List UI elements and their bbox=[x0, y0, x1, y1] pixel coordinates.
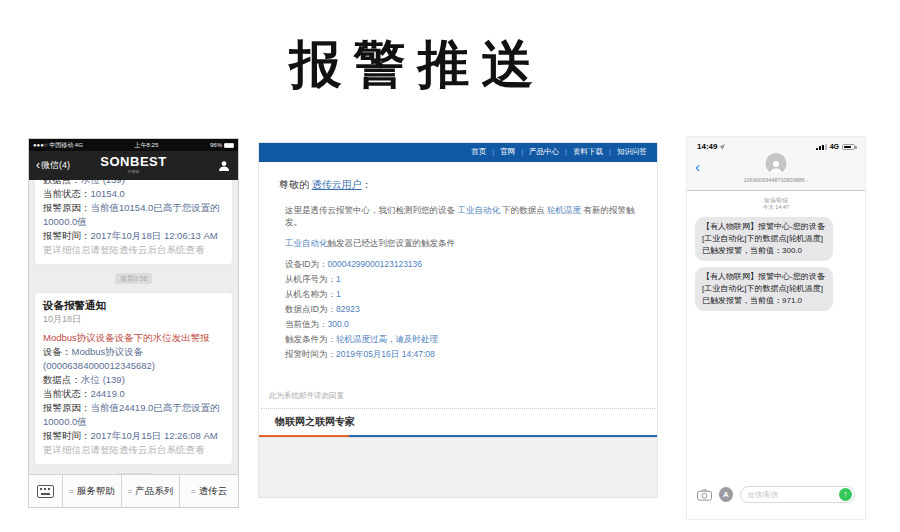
field-row: 当前状态：10154.0 bbox=[43, 187, 224, 201]
field-label: 报警时间为： bbox=[285, 349, 336, 359]
greeting: 尊敬的 透传云用户： bbox=[259, 178, 647, 192]
field-row: 从机名称为：1 bbox=[259, 289, 647, 304]
field-label: 报警时间： bbox=[43, 430, 91, 441]
menu-item-service-help[interactable]: =服务帮助 bbox=[63, 475, 121, 507]
location-arrow-icon bbox=[719, 144, 725, 150]
battery-indicator: 96% bbox=[210, 142, 234, 148]
user-link[interactable]: 透传云用户 bbox=[312, 179, 362, 190]
keyboard-toggle-button[interactable] bbox=[29, 475, 63, 507]
menu-bullet-icon: = bbox=[69, 487, 74, 496]
field-value: 10154.0 bbox=[91, 188, 125, 199]
battery-percent: 96% bbox=[210, 142, 222, 148]
system-mail-note: 此为系统邮件请勿回复 bbox=[259, 391, 647, 401]
alarm-message-card-2[interactable]: 设备报警通知 10月18日 Modbus协议设备设备下的水位发出警报 设备：Mo… bbox=[35, 293, 232, 464]
message-input[interactable] bbox=[748, 491, 839, 498]
trigger-paragraph: 工业自动化触发器已经达到您设置的触发条件 bbox=[259, 238, 647, 250]
menu-item-product-series[interactable]: =产品系列 bbox=[121, 475, 180, 507]
field-label: 当前值为： bbox=[285, 319, 328, 329]
field-label: 数据点： bbox=[43, 374, 81, 385]
field-value: 1 bbox=[336, 274, 341, 284]
wechat-nav-bar: ‹ 微信(4) SONBEST 木研定 bbox=[29, 151, 238, 180]
timestamp-pill: 凌晨0:58 bbox=[115, 273, 153, 284]
field-row: 报警时间：2017年10月18日 12:06:13 AM bbox=[43, 229, 224, 243]
wechat-back-label: 微信(4) bbox=[41, 159, 70, 172]
signal-icon bbox=[816, 144, 827, 150]
forward-chevron-icon: › bbox=[806, 177, 808, 183]
sms-input-bar: A ↑ bbox=[687, 486, 865, 503]
alarm-message-card-1[interactable]: 数据点：水位 (139) 当前状态：10154.0 报警原因：当前值10154.… bbox=[35, 180, 232, 264]
device-link[interactable]: 工业自动化 bbox=[285, 238, 328, 248]
sms-message-bubble: 【有人物联网】报警中心-您的设备[工业自动化]下的数据点[轮机温度]已触发报警，… bbox=[695, 217, 833, 261]
thread-type-label: 短信/彩信 bbox=[687, 197, 865, 204]
send-button[interactable]: ↑ bbox=[839, 488, 852, 501]
keyboard-icon bbox=[37, 485, 54, 498]
field-value: 00004299000123123136 bbox=[328, 259, 423, 269]
email-alert-panel: 首页 官网 产品中心 资料下载 知识问答 尊敬的 透传云用户： 这里是透传云报警… bbox=[258, 142, 658, 498]
footer-area bbox=[259, 437, 657, 497]
status-time: 上午8:25 bbox=[135, 141, 159, 150]
thread-time-label: 今天 14:47 bbox=[687, 204, 865, 211]
field-label: 当前状态： bbox=[43, 388, 91, 399]
greeting-suffix: ： bbox=[362, 179, 372, 190]
field-value: 1 bbox=[336, 289, 341, 299]
site-nav-bar: 首页 官网 产品中心 资料下载 知识问答 bbox=[259, 143, 657, 162]
wechat-bottom-bar: =服务帮助 =产品系列 =透传云 bbox=[29, 474, 238, 507]
field-row: 当前值为：300.0 bbox=[259, 319, 647, 334]
field-label: 从机名称为： bbox=[285, 289, 336, 299]
field-label: 数据点： bbox=[43, 180, 81, 185]
back-chevron-icon: ‹ bbox=[36, 161, 40, 170]
field-row: 从机序号为：1 bbox=[259, 274, 647, 289]
network-label: 4G bbox=[830, 143, 839, 150]
page: 报警推送 ●●●○ 中国移动 4G 上午8:25 96% ‹ 微信(4) SON… bbox=[0, 0, 900, 532]
wechat-status-bar: ●●●○ 中国移动 4G 上午8:25 96% bbox=[29, 139, 238, 151]
field-label: 设备： bbox=[43, 346, 72, 357]
paragraph-text: 这里是透传云报警中心，我们检测到您的设备 bbox=[285, 205, 457, 215]
person-icon bbox=[218, 160, 230, 172]
device-link[interactable]: 工业自动化 bbox=[457, 205, 500, 215]
person-icon bbox=[769, 159, 784, 174]
nav-knowledge[interactable]: 知识问答 bbox=[603, 147, 647, 157]
field-row: 报警时间为：2019年05月16日 14:47:08 bbox=[259, 349, 647, 364]
field-value: 24419.0 bbox=[91, 388, 125, 399]
menu-item-cloud[interactable]: =透传云 bbox=[179, 475, 238, 507]
field-value: 水位 (139) bbox=[81, 180, 125, 185]
contact-profile-button[interactable] bbox=[217, 159, 231, 173]
carrier-label: ●●●○ 中国移动 4G bbox=[33, 141, 83, 150]
sms-header: 14:49 4G ‹ 10690099448700809886 › bbox=[687, 137, 865, 191]
field-row: 设备ID为：00004299000123123136 bbox=[259, 259, 647, 274]
intro-paragraph: 这里是透传云报警中心，我们检测到您的设备 工业自动化 下的数据点 轮机温度 有新… bbox=[259, 205, 647, 229]
field-label: 触发条件为： bbox=[285, 334, 336, 344]
contact-number[interactable]: 10690099448700809886 › bbox=[687, 177, 865, 183]
menu-label: 透传云 bbox=[199, 485, 228, 498]
field-value: 水位 (139) bbox=[81, 374, 125, 385]
sms-status-bar: 14:49 4G bbox=[687, 137, 865, 151]
field-label: 报警原因： bbox=[43, 402, 91, 413]
nav-product-center[interactable]: 产品中心 bbox=[515, 147, 559, 157]
field-value: 2017年10月18日 12:06:13 AM bbox=[91, 230, 218, 241]
card-footer-hint: 更详细信息请登陆透传云后台系统查看 bbox=[43, 443, 224, 457]
field-label: 数据点ID为： bbox=[285, 304, 336, 314]
field-row: 报警原因：当前值10154.0已高于您设置的10000.0值 bbox=[43, 201, 224, 229]
status-time: 14:49 bbox=[697, 142, 725, 151]
nav-home[interactable]: 首页 bbox=[471, 147, 486, 157]
battery-icon bbox=[842, 144, 855, 150]
field-value: 2017年10月15日 12:26:08 AM bbox=[91, 430, 218, 441]
field-value: 轮机温度过高，请及时处理 bbox=[336, 334, 438, 344]
field-label: 设备ID为： bbox=[285, 259, 328, 269]
menu-label: 服务帮助 bbox=[77, 485, 115, 498]
contact-avatar[interactable] bbox=[766, 153, 787, 174]
menu-label: 产品系列 bbox=[135, 485, 173, 498]
field-label: 当前状态： bbox=[43, 188, 91, 199]
nav-official-site[interactable]: 官网 bbox=[486, 147, 515, 157]
appstore-icon[interactable]: A bbox=[719, 487, 733, 502]
nav-downloads[interactable]: 资料下载 bbox=[559, 147, 603, 157]
sms-back-button[interactable]: ‹ bbox=[695, 159, 700, 174]
field-row: 数据点ID为：82923 bbox=[259, 304, 647, 319]
camera-icon[interactable] bbox=[697, 489, 712, 501]
card-date: 10月18日 bbox=[43, 313, 224, 326]
wechat-back-button[interactable]: ‹ 微信(4) bbox=[36, 159, 70, 172]
card-footer-hint: 更详细信息请登陆透传云后台系统查看 bbox=[43, 243, 224, 257]
page-title: 报警推送 bbox=[0, 30, 835, 100]
datapoint-link[interactable]: 轮机温度 bbox=[547, 205, 581, 215]
status-right: 4G bbox=[816, 143, 855, 150]
